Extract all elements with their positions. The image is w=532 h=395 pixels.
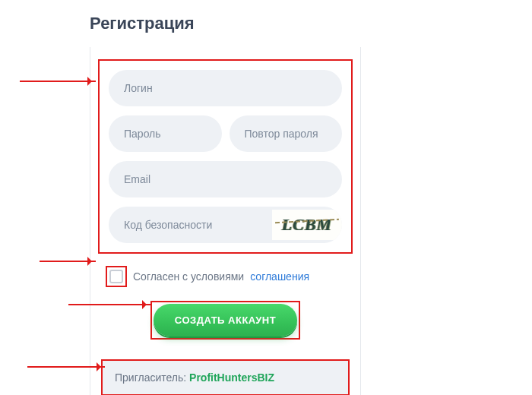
annotation-arrow-icon bbox=[27, 366, 105, 368]
agree-checkbox[interactable] bbox=[109, 270, 123, 283]
button-highlight-box: СОЗДАТЬ АККАУНТ bbox=[150, 301, 300, 340]
create-account-button[interactable]: СОЗДАТЬ АККАУНТ bbox=[154, 304, 297, 337]
agree-text: Согласен с условиями bbox=[133, 270, 244, 283]
captcha-image: LCBM bbox=[272, 210, 342, 240]
login-input[interactable] bbox=[109, 70, 342, 106]
annotation-arrow-icon bbox=[68, 304, 150, 305]
registration-form: LCBM Согласен с условиями соглашения СОЗ… bbox=[90, 47, 361, 395]
checkbox-highlight-box bbox=[106, 266, 127, 287]
inviter-block: Пригласитель: ProfitHuntersBIZ bbox=[103, 361, 348, 394]
email-input[interactable] bbox=[109, 161, 342, 198]
terms-link[interactable]: соглашения bbox=[250, 270, 309, 283]
agree-row: Согласен с условиями соглашения bbox=[106, 266, 353, 287]
inviter-name: ProfitHuntersBIZ bbox=[189, 371, 274, 384]
annotation-arrow-icon bbox=[40, 261, 96, 262]
annotation-arrow-icon bbox=[20, 81, 96, 82]
captcha-row: LCBM bbox=[109, 207, 342, 243]
inviter-highlight-box: Пригласитель: ProfitHuntersBIZ bbox=[101, 359, 350, 395]
inputs-highlight-box: LCBM bbox=[98, 59, 353, 254]
page-title: Регистрация bbox=[90, 14, 532, 33]
password-input[interactable] bbox=[109, 115, 222, 152]
captcha-input[interactable] bbox=[109, 207, 272, 243]
inviter-label: Пригласитель: bbox=[115, 371, 189, 384]
password-repeat-input[interactable] bbox=[230, 115, 343, 152]
